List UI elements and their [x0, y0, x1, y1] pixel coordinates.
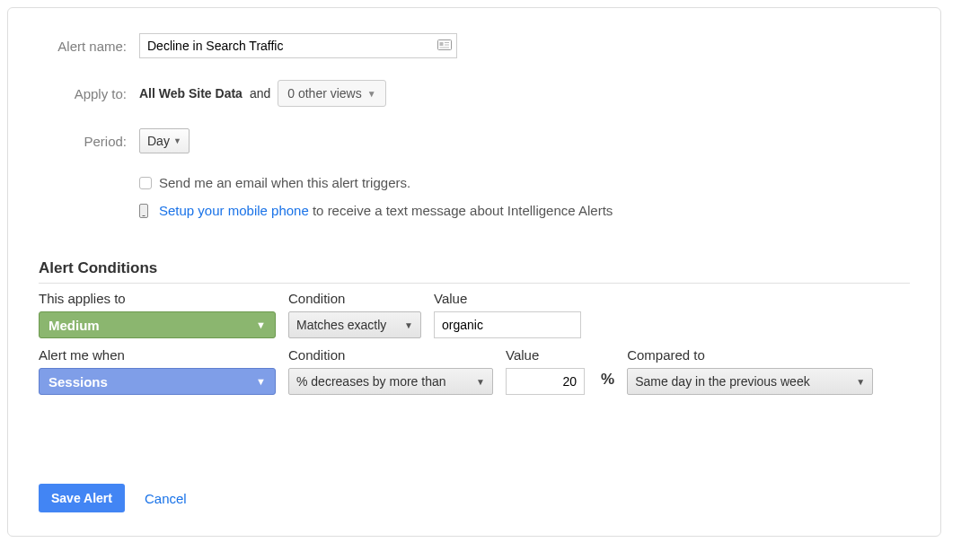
condition2-value: % decreases by more than — [296, 374, 446, 389]
email-checkbox-label: Send me an email when this alert trigger… — [159, 175, 410, 190]
chevron-down-icon: ▼ — [256, 319, 266, 330]
condition1-value: Matches exactly — [296, 318, 386, 332]
save-alert-button[interactable]: Save Alert — [39, 484, 125, 512]
footer-actions: Save Alert Cancel — [39, 484, 187, 512]
alert-when-select[interactable]: Sessions ▼ — [39, 368, 276, 395]
value1-input[interactable] — [434, 311, 581, 338]
alert-conditions-title: Alert Conditions — [39, 259, 910, 277]
compared-label: Compared to — [627, 347, 873, 363]
apply-to-view: All Web Site Data — [139, 86, 242, 101]
period-value: Day — [147, 134, 170, 148]
other-views-label: 0 other views — [287, 86, 361, 101]
percent-symbol: % — [601, 371, 614, 389]
other-views-dropdown[interactable]: 0 other views ▼ — [278, 80, 385, 107]
setup-mobile-link[interactable]: Setup your mobile phone — [159, 203, 309, 218]
cancel-link[interactable]: Cancel — [145, 491, 187, 506]
alert-name-label: Alert name: — [39, 39, 139, 54]
section-divider — [39, 283, 910, 284]
condition2-select[interactable]: % decreases by more than ▼ — [288, 368, 493, 395]
alert-when-value: Sessions — [48, 374, 108, 389]
apply-to-label: Apply to: — [39, 86, 139, 101]
compared-value: Same day in the previous week — [635, 374, 810, 389]
alert-name-input-wrap — [139, 33, 457, 58]
chevron-down-icon: ▼ — [256, 376, 266, 387]
mobile-option-row: Setup your mobile phone to receive a tex… — [139, 203, 910, 218]
period-dropdown[interactable]: Day ▼ — [139, 128, 190, 153]
mobile-rest-text: to receive a text message about Intellig… — [309, 203, 613, 218]
alert-when-label: Alert me when — [39, 347, 276, 363]
chevron-down-icon: ▼ — [476, 377, 485, 387]
alert-config-card: Alert name: Apply to: All Web Site Data … — [7, 7, 941, 537]
value2-label: Value — [506, 347, 585, 363]
period-label: Period: — [39, 134, 139, 149]
applies-to-value: Medium — [48, 318, 100, 333]
alert-name-row: Alert name: — [39, 33, 910, 58]
svg-rect-1 — [440, 42, 444, 46]
chevron-down-icon: ▼ — [856, 377, 865, 387]
condition1-label: Condition — [288, 291, 421, 306]
value2-input[interactable] — [506, 368, 585, 395]
condition1-select[interactable]: Matches exactly ▼ — [288, 311, 421, 338]
chevron-down-icon: ▼ — [367, 89, 376, 99]
condition2-label: Condition — [288, 347, 493, 363]
email-checkbox[interactable] — [139, 177, 152, 189]
compared-select[interactable]: Same day in the previous week ▼ — [627, 368, 873, 395]
chevron-down-icon: ▼ — [173, 136, 181, 145]
value1-label: Value — [434, 291, 581, 306]
contact-card-icon — [437, 39, 452, 53]
condition-row-1: This applies to Medium ▼ Condition Match… — [39, 291, 910, 338]
apply-to-row: Apply to: All Web Site Data and 0 other … — [39, 80, 910, 107]
period-row: Period: Day ▼ — [39, 128, 910, 153]
applies-to-select[interactable]: Medium ▼ — [39, 311, 276, 338]
mobile-phone-icon — [139, 204, 148, 218]
email-option-row: Send me an email when this alert trigger… — [139, 175, 910, 190]
applies-to-label: This applies to — [39, 291, 276, 306]
chevron-down-icon: ▼ — [404, 320, 413, 330]
condition-row-2: Alert me when Sessions ▼ Condition % dec… — [39, 347, 910, 395]
alert-name-input[interactable] — [139, 33, 457, 58]
apply-to-and: and — [250, 86, 270, 101]
